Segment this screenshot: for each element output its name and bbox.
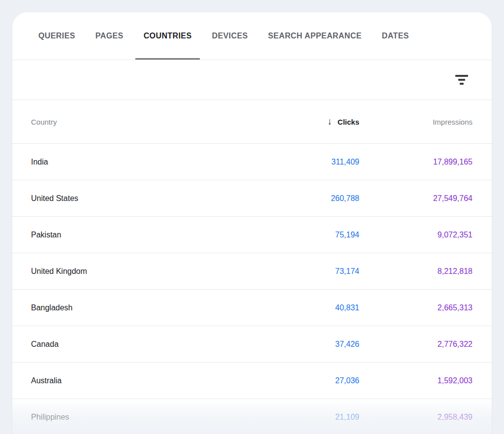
search-console-performance-page: { "tabs": [ {"label": "QUERIES", "active… (0, 0, 504, 434)
tab-countries[interactable]: COUNTRIES (135, 12, 200, 60)
country-cell: Philippines (31, 413, 251, 422)
tab-bar: QUERIES PAGES COUNTRIES DEVICES SEARCH A… (12, 12, 492, 60)
clicks-cell: 37,426 (335, 340, 359, 349)
country-cell: United States (31, 194, 251, 203)
column-header-clicks-label: Clicks (338, 118, 359, 126)
tab-devices[interactable]: DEVICES (203, 12, 256, 60)
column-header-clicks[interactable]: ↓ Clicks (327, 116, 359, 127)
filter-icon[interactable] (451, 71, 472, 89)
impressions-cell: 1,592,003 (438, 376, 472, 385)
performance-report-card: QUERIES PAGES COUNTRIES DEVICES SEARCH A… (12, 12, 492, 434)
clicks-cell: 40,831 (335, 303, 359, 312)
filter-icon-bar (460, 83, 464, 85)
tab-label: PAGES (95, 32, 124, 40)
table-row[interactable]: Australia 27,036 1,592,003 (12, 363, 492, 399)
table-row[interactable]: Philippines 21,109 2,958,439 (12, 399, 492, 434)
country-cell: Canada (31, 340, 251, 349)
impressions-cell: 8,212,818 (438, 267, 472, 276)
country-cell: Pakistan (31, 231, 251, 239)
table-row[interactable]: India 311,409 17,899,165 (12, 144, 492, 180)
table-body: India 311,409 17,899,165 United States 2… (12, 144, 492, 434)
country-cell: Bangladesh (31, 303, 251, 312)
tab-queries[interactable]: QUERIES (30, 12, 84, 60)
impressions-cell: 2,958,439 (438, 413, 472, 422)
country-cell: India (31, 158, 251, 167)
tab-search-appearance[interactable]: SEARCH APPEARANCE (260, 12, 370, 60)
clicks-cell: 311,409 (331, 158, 359, 167)
filter-icon-bar (458, 79, 465, 81)
sort-descending-arrow-icon: ↓ (327, 116, 332, 127)
tab-label: DATES (382, 32, 409, 40)
tab-label: QUERIES (38, 32, 75, 40)
clicks-cell: 27,036 (335, 376, 359, 385)
filter-toolbar (12, 60, 492, 100)
table-row[interactable]: Pakistan 75,194 9,072,351 (12, 217, 492, 253)
tab-label: DEVICES (212, 32, 248, 40)
impressions-cell: 2,776,322 (438, 340, 472, 349)
tab-pages[interactable]: PAGES (87, 12, 132, 60)
clicks-cell: 260,788 (331, 194, 359, 203)
clicks-cell: 73,174 (335, 267, 359, 276)
impressions-cell: 27,549,764 (433, 194, 472, 203)
table-header: Country ↓ Clicks Impressions (12, 100, 492, 144)
column-header-country[interactable]: Country (31, 118, 251, 126)
table-row[interactable]: Bangladesh 40,831 2,665,313 (12, 290, 492, 326)
table-row[interactable]: United Kingdom 73,174 8,212,818 (12, 253, 492, 290)
filter-icon-bar (455, 75, 468, 77)
column-header-impressions[interactable]: Impressions (433, 118, 472, 126)
impressions-cell: 9,072,351 (438, 231, 472, 239)
tab-dates[interactable]: DATES (374, 12, 417, 60)
country-cell: Australia (31, 376, 251, 385)
table-row[interactable]: Canada 37,426 2,776,322 (12, 326, 492, 363)
impressions-cell: 17,899,165 (433, 158, 472, 167)
tab-label: COUNTRIES (144, 32, 192, 40)
country-cell: United Kingdom (31, 267, 251, 276)
clicks-cell: 21,109 (335, 413, 359, 422)
clicks-cell: 75,194 (335, 231, 359, 239)
table-row[interactable]: United States 260,788 27,549,764 (12, 180, 492, 217)
tab-label: SEARCH APPEARANCE (268, 32, 362, 40)
impressions-cell: 2,665,313 (438, 303, 472, 312)
